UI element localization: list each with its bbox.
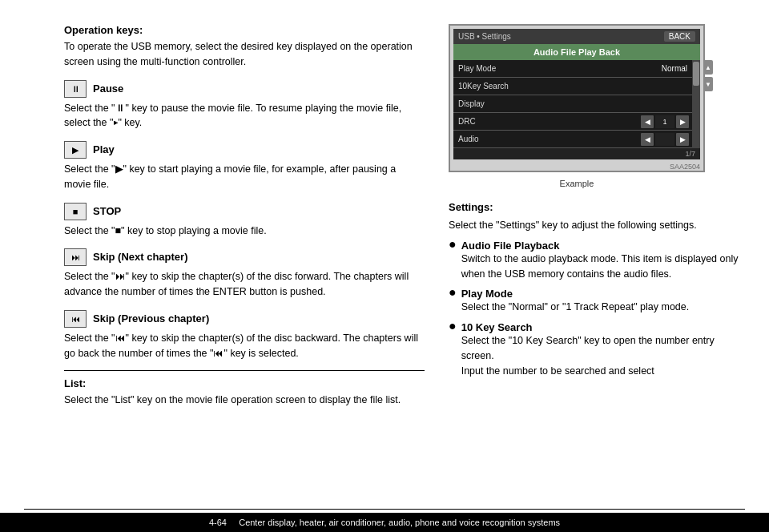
skip-next-icon: ⏭ [64, 248, 87, 266]
bullet-play-mode: ● Play Mode Select the "Normal" or "1 Tr… [449, 288, 745, 315]
operation-keys-section: Operation keys: To operate the USB memor… [64, 24, 425, 70]
skip-next-key-header: ⏭ Skip (Next chapter) [64, 248, 425, 266]
settings-intro: Select the "Settings" key to adjust the … [449, 218, 745, 233]
right-column: USB • Settings BACK Audio File Play Back… [441, 24, 745, 498]
settings-title: Settings: [449, 201, 745, 213]
play-key-block: ▶ Play Select the "▶" key to start playi… [64, 140, 425, 192]
bullet-dot-2: ● [449, 286, 457, 299]
skip-prev-label: Skip (Previous chapter) [93, 312, 209, 324]
bullet-dot-3: ● [449, 320, 457, 332]
page-indicator: 1/7 [685, 150, 695, 158]
ui-row-drc: DRC ◀ 1 ▶ [453, 113, 692, 131]
ui-panel: USB • Settings BACK Audio File Play Back… [449, 24, 705, 172]
ui-back-button[interactable]: BACK [664, 31, 695, 42]
ui-rows-container: Play Mode Normal 10Key Search Display [453, 60, 692, 148]
side-up-button[interactable]: ▲ [703, 60, 713, 75]
audio-decrease-button[interactable]: ◀ [641, 133, 654, 146]
drc-decrease-button[interactable]: ◀ [641, 115, 654, 128]
list-title: List: [64, 377, 425, 389]
drc-increase-button[interactable]: ▶ [676, 115, 689, 128]
skip-prev-key-header: ⏮ Skip (Previous chapter) [64, 309, 425, 328]
play-label: Play [93, 143, 115, 155]
pause-icon: ⏸ [64, 80, 87, 98]
page-number: 4-64 [209, 518, 227, 527]
play-key-header: ▶ Play [64, 140, 425, 159]
ui-panel-title: Audio File Play Back [453, 44, 700, 60]
left-column: Operation keys: To operate the USB memor… [64, 24, 425, 498]
play-icon: ▶ [64, 141, 87, 159]
ui-row-play-mode: Play Mode Normal [453, 60, 692, 78]
operation-keys-title: Operation keys: [64, 24, 425, 36]
divider [64, 370, 425, 371]
stop-label: STOP [93, 205, 121, 217]
bullet-content-2: Play Mode Select the "Normal" or "1 Trac… [461, 288, 745, 315]
skip-prev-key-block: ⏮ Skip (Previous chapter) Select the "⏮"… [64, 309, 425, 361]
list-text: Select the "List" key on the movie file … [64, 393, 425, 408]
pause-label: Pause [93, 83, 123, 95]
ui-panel-inner: USB • Settings BACK Audio File Play Back… [453, 29, 700, 159]
ui-row-audio-controls: ◀ ▶ [638, 131, 692, 147]
saa-label: SAA2504 [450, 163, 703, 171]
pause-key-block: ⏸ Pause Select the "⏸" key to pause the … [64, 79, 425, 131]
stop-key-header: ■ STOP [64, 202, 425, 220]
settings-section: Settings: Select the "Settings" key to a… [449, 201, 745, 378]
example-label: Example [449, 179, 705, 188]
ui-row-display-label: Display [453, 97, 692, 111]
play-description: Select the "▶" key to start playing a mo… [64, 162, 425, 192]
ui-bottom-bar: 1/7 [453, 148, 700, 159]
stop-description: Select the "■" key to stop playing a mov… [64, 224, 425, 239]
skip-next-label: Skip (Next chapter) [93, 251, 187, 263]
pause-key-header: ⏸ Pause [64, 79, 425, 98]
operation-keys-intro: To operate the USB memory, select the de… [64, 39, 425, 70]
ui-row-10key: 10Key Search [453, 78, 692, 95]
bullet-dot-1: ● [449, 238, 457, 251]
bullet-title-1: Audio File Playback [461, 240, 745, 252]
list-section: List: Select the "List" key on the movie… [64, 377, 425, 408]
ui-panel-wrapper: USB • Settings BACK Audio File Play Back… [449, 24, 705, 193]
ui-row-audio: Audio ◀ ▶ [453, 131, 692, 148]
ui-row-drc-controls: ◀ 1 ▶ [638, 114, 692, 130]
side-down-button[interactable]: ▼ [703, 77, 713, 91]
bullet-title-3: 10 Key Search [461, 321, 745, 333]
stop-key-block: ■ STOP Select the "■" key to stop playin… [64, 202, 425, 239]
footer-wrapper: 4-64 Center display, heater, air conditi… [0, 506, 769, 532]
bullet-text-2: Select the "Normal" or "1 Track Repeat" … [461, 300, 745, 315]
main-content: Operation keys: To operate the USB memor… [0, 16, 769, 506]
skip-prev-description: Select the "⏮" key to skip the chapter(s… [64, 331, 425, 361]
footer-text: Center display, heater, air conditioner,… [239, 518, 560, 527]
bullet-text-1: Switch to the audio playback mode. This … [461, 252, 745, 282]
skip-prev-icon: ⏮ [64, 310, 87, 328]
ui-topbar: USB • Settings BACK [453, 29, 700, 44]
ui-row-audio-label: Audio [453, 132, 638, 146]
stop-icon: ■ [64, 203, 87, 220]
ui-scrollbar[interactable] [692, 60, 700, 148]
ui-topbar-left: USB • Settings [458, 32, 511, 41]
ui-scroll-area: Play Mode Normal 10Key Search Display [453, 60, 700, 148]
bullet-content-1: Audio File Playback Switch to the audio … [461, 240, 745, 282]
footer-bar: 4-64 Center display, heater, air conditi… [0, 513, 769, 532]
bullet-10key-search: ● 10 Key Search Select the "10 Key Searc… [449, 321, 745, 378]
skip-next-description: Select the "⏭" key to skip the chapter(s… [64, 269, 425, 300]
skip-next-key-block: ⏭ Skip (Next chapter) Select the "⏭" key… [64, 248, 425, 300]
bullet-audio-file-playback: ● Audio File Playback Switch to the audi… [449, 240, 745, 282]
ui-row-play-mode-value: Normal [657, 62, 692, 75]
bullet-text-3: Select the "10 Key Search" key to open t… [461, 333, 745, 378]
bullet-title-2: Play Mode [461, 288, 745, 300]
pause-description: Select the "⏸" key to pause the movie fi… [64, 101, 425, 131]
bullet-content-3: 10 Key Search Select the "10 Key Search"… [461, 321, 745, 378]
drc-value: 1 [655, 115, 674, 128]
ui-row-display: Display [453, 95, 692, 113]
ui-side-buttons: ▲ ▼ [703, 60, 713, 91]
audio-value [655, 133, 674, 146]
ui-row-play-mode-label: Play Mode [453, 62, 657, 75]
page-container: Operation keys: To operate the USB memor… [0, 0, 769, 532]
ui-row-drc-label: DRC [453, 115, 638, 128]
ui-scroll-thumb[interactable] [693, 62, 699, 86]
ui-row-10key-label: 10Key Search [453, 79, 692, 93]
audio-increase-button[interactable]: ▶ [676, 133, 689, 146]
